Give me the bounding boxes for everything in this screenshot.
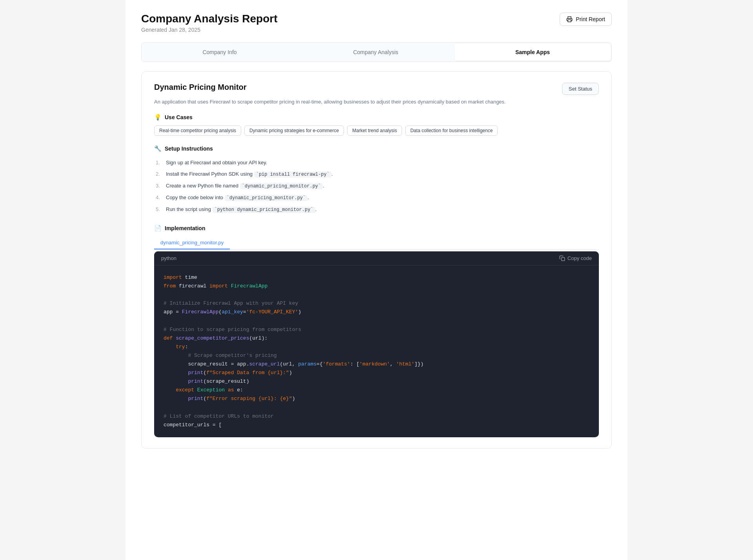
set-status-button[interactable]: Set Status [562, 83, 599, 95]
app-header-row: Dynamic Pricing Monitor Set Status [154, 83, 599, 95]
impl-section: 📄 Implementation dynamic_pricing_monitor… [154, 225, 599, 437]
setup-step-4: 4. Copy the code below into `dynamic_pri… [156, 192, 599, 204]
setup-step-3: 3. Create a new Python file named `dynam… [156, 180, 599, 192]
report-title: Company Analysis Report [141, 13, 277, 25]
impl-heading: 📄 Implementation [154, 225, 599, 232]
tab-bar: Company Info Company Analysis Sample App… [141, 42, 612, 62]
page-header: Company Analysis Report Generated Jan 28… [141, 13, 612, 33]
code-content: import time from firecrawl import Firecr… [154, 265, 599, 437]
tab-company-info[interactable]: Company Info [142, 43, 298, 62]
setup-list: 1. Sign up at Firecrawl and obtain your … [154, 157, 599, 216]
code-block: python Copy code import time from firecr… [154, 251, 599, 437]
tab-company-analysis[interactable]: Company Analysis [298, 43, 454, 62]
code-language: python [161, 255, 176, 261]
setup-label: Setup Instructions [165, 145, 213, 152]
copy-code-button[interactable]: Copy code [559, 255, 592, 261]
file-tab-bar: dynamic_pricing_monitor.py [154, 236, 599, 250]
setup-step-1: 1. Sign up at Firecrawl and obtain your … [156, 157, 599, 169]
setup-section: 🔧 Setup Instructions 1. Sign up at Firec… [154, 145, 599, 216]
use-cases-heading: 💡 Use Cases [154, 114, 599, 121]
setup-step-5: 5. Run the script using `python dynamic_… [156, 204, 599, 215]
printer-icon [566, 16, 573, 22]
report-subtitle: Generated Jan 28, 2025 [141, 27, 277, 33]
print-label: Print Report [576, 16, 605, 22]
print-report-button[interactable]: Print Report [560, 13, 612, 26]
file-tab[interactable]: dynamic_pricing_monitor.py [154, 236, 230, 249]
main-card: Dynamic Pricing Monitor Set Status An ap… [141, 71, 612, 449]
setup-step-2: 2. Install the Firecrawl Python SDK usin… [156, 168, 599, 180]
app-description: An application that uses Firecrawl to sc… [154, 98, 599, 106]
copy-icon [559, 255, 565, 261]
app-title: Dynamic Pricing Monitor [154, 83, 247, 92]
file-icon: 📄 [154, 225, 162, 232]
use-case-tag: Data collection for business intelligenc… [405, 125, 498, 136]
use-cases-list: Real-time competitor pricing analysis Dy… [154, 125, 599, 136]
lightbulb-icon: 💡 [154, 114, 162, 121]
svg-rect-1 [561, 258, 564, 261]
use-case-tag: Market trend analysis [347, 125, 402, 136]
svg-rect-0 [568, 20, 571, 22]
tab-sample-apps[interactable]: Sample Apps [455, 44, 611, 61]
wrench-icon: 🔧 [154, 145, 162, 152]
code-header: python Copy code [154, 251, 599, 265]
use-case-tag: Dynamic pricing strategies for e-commerc… [244, 125, 344, 136]
copy-label: Copy code [567, 255, 592, 261]
use-cases-label: Use Cases [165, 114, 193, 120]
impl-label: Implementation [165, 225, 205, 231]
setup-heading: 🔧 Setup Instructions [154, 145, 599, 152]
use-case-tag: Real-time competitor pricing analysis [154, 125, 241, 136]
header-left: Company Analysis Report Generated Jan 28… [141, 13, 277, 33]
